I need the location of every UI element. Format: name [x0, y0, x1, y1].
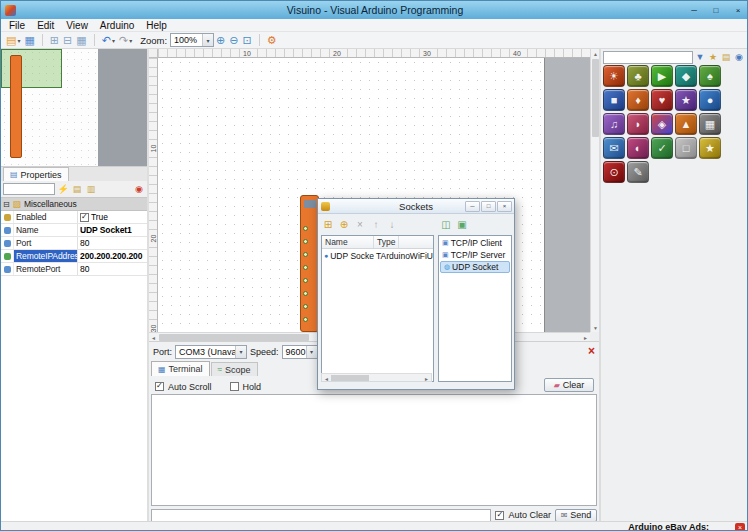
move-down-icon[interactable]: ↓ — [386, 220, 398, 230]
grid-view-icon-button[interactable]: ⊞ — [50, 35, 59, 46]
palette-search-input[interactable] — [603, 51, 693, 64]
socket-list-item[interactable]: ●UDP Socket1TArduinoWiFiUDPSock — [322, 249, 433, 262]
show-grid-icon-button[interactable]: ▦ — [76, 35, 86, 46]
sockets-list[interactable]: NameType ●UDP Socket1TArduinoWiFiUDPSock — [321, 235, 434, 382]
zoom-out-icon-button[interactable]: ⊖ — [229, 35, 238, 46]
menu-item-help[interactable]: Help — [140, 20, 173, 31]
property-value[interactable]: 200.200.200.200 — [78, 250, 147, 262]
scroll-left-icon[interactable]: ◄ — [322, 374, 331, 383]
property-group-row[interactable]: ⊟▨Miscellaneous — [1, 198, 147, 211]
property-value[interactable]: True — [78, 211, 147, 223]
overview-thumbnail[interactable] — [1, 49, 147, 166]
dialog-maximize-button[interactable]: □ — [481, 201, 496, 212]
speed-combo[interactable]: 9600 ▾ — [282, 345, 318, 359]
zoom-combo[interactable]: 100%▾ — [170, 33, 214, 47]
component-icon[interactable]: ★ — [699, 137, 721, 159]
disconnect-icon[interactable]: × — [588, 345, 595, 358]
component-icon[interactable]: ✉ — [603, 137, 625, 159]
component-icon[interactable]: □ — [675, 137, 697, 159]
collapse-icon[interactable]: ⊟ — [3, 200, 10, 209]
pin-icon[interactable]: ◉ — [733, 53, 745, 62]
delete-socket-icon[interactable]: × — [354, 220, 366, 230]
collapse-all-icon[interactable]: ▣ — [456, 220, 468, 230]
terminal-output[interactable] — [151, 394, 597, 506]
component-icon[interactable]: ✎ — [627, 161, 649, 183]
properties-filter-input[interactable] — [3, 183, 55, 195]
zoom-in-icon-button[interactable]: ⊕ — [216, 35, 225, 46]
snap-to-grid-icon-button[interactable]: ⊟ — [63, 35, 72, 46]
undo-icon-button[interactable]: ↶▾ — [102, 35, 115, 46]
property-row[interactable]: RemotePort80 — [1, 263, 147, 276]
menu-item-file[interactable]: File — [3, 20, 31, 31]
property-value[interactable]: 80 — [78, 263, 147, 275]
component-icon[interactable]: ● — [699, 89, 721, 111]
auto-clear-checkbox[interactable] — [495, 511, 504, 520]
component-icon[interactable]: ✓ — [651, 137, 673, 159]
component-icon[interactable]: ☀ — [603, 65, 625, 87]
redo-icon-button[interactable]: ↷▾ — [119, 35, 132, 46]
auto-scroll-checkbox[interactable] — [155, 382, 164, 391]
maximize-button[interactable]: □ — [705, 1, 727, 19]
menu-item-edit[interactable]: Edit — [31, 20, 60, 31]
property-value[interactable]: 80 — [78, 237, 147, 249]
vertical-scroll-thumb[interactable] — [592, 59, 599, 137]
clear-button[interactable]: ▰ Clear — [544, 378, 594, 392]
socket-types-tree[interactable]: ▣TCP/IP Client▣TCP/IP Server◍UDP Socket — [438, 235, 512, 382]
tree-item-tcp-ip-server[interactable]: ▣TCP/IP Server — [439, 249, 511, 261]
dialog-close-button[interactable]: × — [497, 201, 512, 212]
scroll-right-icon[interactable]: ► — [422, 374, 431, 383]
add-child-socket-icon[interactable]: ⊕ — [338, 220, 350, 230]
component-icon[interactable]: ★ — [675, 89, 697, 111]
titlebar[interactable]: Visuino - Visual Arduino Programming ─□× — [1, 1, 748, 19]
save-icon-button[interactable]: ▦ — [24, 35, 34, 46]
component-icon[interactable]: ◆ — [675, 65, 697, 87]
component-icon[interactable]: ■ — [603, 89, 625, 111]
component-icon[interactable]: ♠ — [699, 65, 721, 87]
component-icon[interactable]: ♣ — [627, 65, 649, 87]
component-icon[interactable]: ⊙ — [603, 161, 625, 183]
property-value[interactable]: UDP Socket1 — [78, 224, 147, 236]
canvas-vertical-scrollbar[interactable]: ▲ ▼ — [590, 49, 599, 332]
component-icon[interactable]: ▲ — [675, 113, 697, 135]
component-icon[interactable]: ◗ — [627, 113, 649, 135]
quick-filter-icon[interactable]: ⚡ — [57, 185, 69, 194]
menu-item-view[interactable]: View — [60, 20, 94, 31]
send-input[interactable] — [151, 509, 491, 522]
horizontal-scroll-thumb[interactable] — [331, 375, 369, 381]
pin-icon[interactable]: ◉ — [133, 185, 145, 194]
filter-icon[interactable]: ▼ — [694, 53, 706, 62]
component-icon[interactable]: ♫ — [603, 113, 625, 135]
property-row[interactable]: Port80 — [1, 237, 147, 250]
new-project-icon-button[interactable]: ▤▾ — [6, 35, 20, 46]
component-icon[interactable]: ♦ — [627, 89, 649, 111]
group-by-icon[interactable]: ▤ — [71, 185, 83, 194]
send-button[interactable]: ✉ Send — [555, 509, 597, 522]
property-checkbox[interactable] — [80, 213, 89, 222]
horizontal-scroll-thumb[interactable] — [159, 334, 309, 341]
arduino-settings-gear-icon-button[interactable]: ⚙ — [267, 35, 277, 46]
tab-scope[interactable]: ≈Scope — [211, 362, 258, 376]
add-socket-icon[interactable]: ⊞ — [322, 220, 334, 230]
property-row[interactable]: NameUDP Socket1 — [1, 224, 147, 237]
component-icon[interactable]: ♥ — [651, 89, 673, 111]
sockets-list-scrollbar[interactable]: ◄ ► — [321, 373, 432, 382]
tree-item-udp-socket[interactable]: ◍UDP Socket — [440, 261, 510, 273]
column-header-name[interactable]: Name — [322, 236, 374, 248]
move-up-icon[interactable]: ↑ — [370, 220, 382, 230]
dialog-titlebar[interactable]: Sockets ─□× — [318, 199, 514, 214]
close-button[interactable]: × — [727, 1, 748, 19]
hold-checkbox[interactable] — [230, 382, 239, 391]
dialog-minimize-button[interactable]: ─ — [465, 201, 480, 212]
menu-item-arduino[interactable]: Arduino — [94, 20, 140, 31]
component-icon[interactable]: ◐ — [627, 137, 649, 159]
property-row[interactable]: EnabledTrue — [1, 211, 147, 224]
tree-item-tcp-ip-client[interactable]: ▣TCP/IP Client — [439, 237, 511, 249]
property-row[interactable]: RemoteIPAddress200.200.200.200 — [1, 250, 147, 263]
categories-icon[interactable]: ▤ — [720, 53, 732, 62]
tab-properties[interactable]: ▤ Properties — [3, 167, 69, 181]
expand-all-icon[interactable]: ◫ — [440, 220, 452, 230]
component-icon[interactable]: ◈ — [651, 113, 673, 135]
minimize-button[interactable]: ─ — [683, 1, 705, 19]
component-icon[interactable]: ▶ — [651, 65, 673, 87]
port-combo[interactable]: COM3 (Unava ▾ — [175, 345, 247, 359]
